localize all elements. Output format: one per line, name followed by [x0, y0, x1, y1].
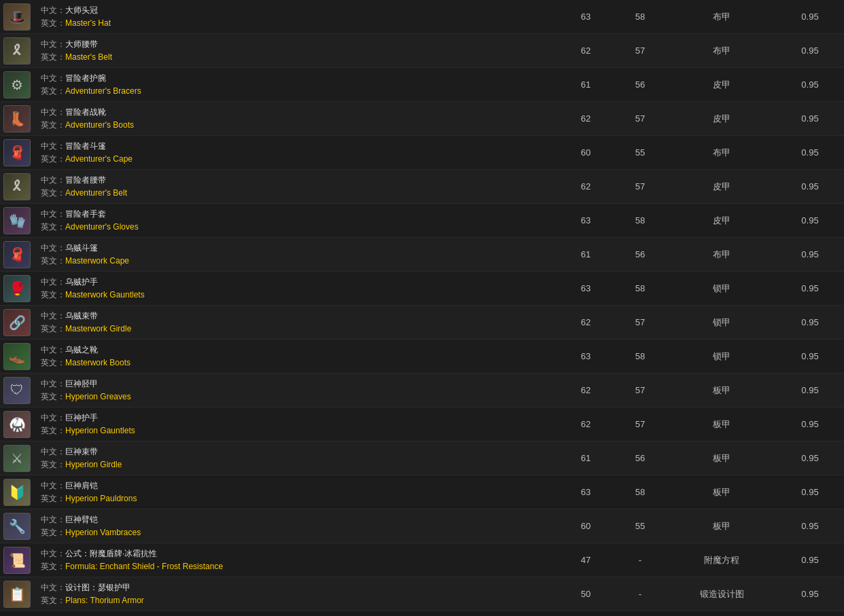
- item-name-cell: 中文：大师腰带英文：Master's Belt: [34, 35, 559, 67]
- item-icon-cell: 🥊: [0, 272, 34, 305]
- table-row[interactable]: ⚙中文：冒险者护腕英文：Adventurer's Bracers6156皮甲0.…: [0, 68, 844, 102]
- item-en-name: 英文：Adventurer's Belt: [41, 187, 552, 199]
- item-cn-name: 中文：巨神肩铠: [41, 480, 552, 492]
- item-icon-cell: 📋: [0, 578, 34, 611]
- item-ratio: 0.95: [776, 249, 844, 259]
- item-type: 皮甲: [667, 215, 776, 227]
- item-icon-cell: 🔧: [0, 510, 34, 543]
- item-level: 62: [559, 317, 613, 327]
- item-en-name: 英文：Hyperion Girdle: [41, 459, 552, 471]
- item-name-cell: 中文：设计图：瑟银护甲英文：Plans: Thorium Armor: [34, 578, 559, 611]
- item-ratio: 0.95: [776, 113, 844, 124]
- item-level: 62: [559, 419, 613, 429]
- item-icon: 🔗: [3, 309, 31, 336]
- item-req-level: 55: [613, 521, 667, 531]
- item-req-level: 58: [613, 351, 667, 361]
- item-type: 附魔方程: [667, 554, 776, 566]
- item-name-cell: 中文：乌贼之靴英文：Masterwork Boots: [34, 340, 559, 373]
- item-icon: 🔧: [3, 513, 31, 540]
- item-type: 布甲: [667, 147, 776, 159]
- item-en-name: 英文：Hyperion Greaves: [41, 391, 552, 403]
- item-icon: 🧣: [3, 139, 31, 166]
- item-level: 60: [559, 147, 613, 158]
- table-row[interactable]: 📋中文：设计图：瑟银护甲英文：Plans: Thorium Armor50-锻造…: [0, 577, 844, 611]
- item-icon-cell: 🧤: [0, 204, 34, 237]
- item-level: 63: [559, 283, 613, 293]
- item-en-name: 英文：Masterwork Girdle: [41, 323, 552, 335]
- item-cn-name: 中文：大师腰带: [41, 39, 552, 50]
- item-en-name: 英文：Adventurer's Gloves: [41, 221, 552, 233]
- item-ratio: 0.95: [776, 12, 844, 22]
- item-name-cell: 中文：大师头冠英文：Master's Hat: [34, 1, 559, 33]
- table-row[interactable]: 🔰中文：巨神肩铠英文：Hyperion Pauldrons6358板甲0.95: [0, 475, 844, 509]
- item-icon-cell: 🔗: [0, 306, 34, 339]
- item-name-cell: 中文：乌贼斗篷英文：Masterwork Cape: [34, 238, 559, 271]
- item-level: 63: [559, 351, 613, 361]
- item-cn-name: 中文：乌贼斗篷: [41, 242, 552, 254]
- item-req-level: -: [613, 589, 667, 599]
- item-ratio: 0.95: [776, 589, 844, 599]
- item-icon: 🎗: [3, 173, 31, 200]
- item-cn-name: 中文：巨神臂铠: [41, 514, 552, 526]
- table-row[interactable]: 🎩中文：大师头冠英文：Master's Hat6358布甲0.95: [0, 0, 844, 34]
- item-en-name: 英文：Formula: Enchant Shield - Frost Resis…: [41, 561, 552, 573]
- item-level: 62: [559, 385, 613, 395]
- item-cn-name: 中文：巨神束带: [41, 446, 552, 458]
- item-type: 板甲: [667, 418, 776, 431]
- item-ratio: 0.95: [776, 147, 844, 158]
- table-row[interactable]: 🧤中文：冒险者手套英文：Adventurer's Gloves6358皮甲0.9…: [0, 204, 844, 238]
- table-row[interactable]: 🧣中文：乌贼斗篷英文：Masterwork Cape6156布甲0.95: [0, 238, 844, 272]
- item-type: 布甲: [667, 249, 776, 261]
- item-icon-cell: ⚔: [0, 442, 34, 475]
- item-cn-name: 中文：公式：附魔盾牌·冰霜抗性: [41, 548, 552, 560]
- item-cn-name: 中文：巨神护手: [41, 412, 552, 424]
- item-en-name: 英文：Adventurer's Boots: [41, 120, 552, 131]
- item-en-name: 英文：Plans: Thorium Armor: [41, 595, 552, 606]
- item-en-name: 英文：Masterwork Cape: [41, 255, 552, 267]
- table-row[interactable]: 👢中文：冒险者战靴英文：Adventurer's Boots6257皮甲0.95: [0, 102, 844, 136]
- table-row[interactable]: 🎗中文：大师腰带英文：Master's Belt6257布甲0.95: [0, 34, 844, 68]
- item-icon-cell: ⚙: [0, 69, 34, 101]
- table-row[interactable]: 🔧中文：巨神臂铠英文：Hyperion Vambraces6055板甲0.95: [0, 509, 844, 543]
- item-icon: 🔰: [3, 479, 31, 506]
- table-row[interactable]: 🥋中文：巨神护手英文：Hyperion Gauntlets6257板甲0.95: [0, 407, 844, 441]
- item-req-level: 58: [613, 283, 667, 293]
- item-ratio: 0.95: [776, 351, 844, 361]
- item-level: 62: [559, 181, 613, 192]
- table-row[interactable]: 👞中文：乌贼之靴英文：Masterwork Boots6358锁甲0.95: [0, 340, 844, 374]
- item-icon-cell: 👢: [0, 103, 34, 135]
- item-icon-cell: 🔰: [0, 476, 34, 509]
- item-en-name: 英文：Hyperion Pauldrons: [41, 493, 552, 505]
- item-ratio: 0.95: [776, 79, 844, 90]
- item-en-name: 英文：Masterwork Boots: [41, 357, 552, 369]
- item-table: 🎩中文：大师头冠英文：Master's Hat6358布甲0.95🎗中文：大师腰…: [0, 0, 844, 611]
- item-cn-name: 中文：冒险者手套: [41, 209, 552, 220]
- table-row[interactable]: 🧣中文：冒险者斗篷英文：Adventurer's Cape6055布甲0.95: [0, 136, 844, 170]
- item-level: 62: [559, 113, 613, 124]
- item-cn-name: 中文：大师头冠: [41, 5, 552, 16]
- item-en-name: 英文：Adventurer's Cape: [41, 153, 552, 165]
- item-level: 60: [559, 521, 613, 531]
- item-req-level: 55: [613, 147, 667, 158]
- item-icon-cell: 🎗: [0, 35, 34, 67]
- item-ratio: 0.95: [776, 46, 844, 56]
- table-row[interactable]: 🎗中文：冒险者腰带英文：Adventurer's Belt6257皮甲0.95: [0, 170, 844, 204]
- item-level: 61: [559, 453, 613, 463]
- table-row[interactable]: 🥊中文：乌贼护手英文：Masterwork Gauntlets6358锁甲0.9…: [0, 272, 844, 306]
- item-cn-name: 中文：冒险者战靴: [41, 107, 552, 118]
- item-icon: 📋: [3, 581, 31, 608]
- item-type: 板甲: [667, 452, 776, 465]
- table-row[interactable]: 🔗中文：乌贼束带英文：Masterwork Girdle6257锁甲0.95: [0, 306, 844, 340]
- table-row[interactable]: 📜中文：公式：附魔盾牌·冰霜抗性英文：Formula: Enchant Shie…: [0, 543, 844, 577]
- item-icon: 🧣: [3, 241, 31, 268]
- table-row[interactable]: ⚔中文：巨神束带英文：Hyperion Girdle6156板甲0.95: [0, 441, 844, 475]
- item-req-level: 56: [613, 453, 667, 463]
- item-name-cell: 中文：公式：附魔盾牌·冰霜抗性英文：Formula: Enchant Shiel…: [34, 544, 559, 577]
- item-name-cell: 中文：冒险者斗篷英文：Adventurer's Cape: [34, 137, 559, 169]
- item-icon: 🛡: [3, 377, 31, 404]
- item-name-cell: 中文：巨神束带英文：Hyperion Girdle: [34, 442, 559, 475]
- item-type: 皮甲: [667, 79, 776, 91]
- table-row[interactable]: 🛡中文：巨神胫甲英文：Hyperion Greaves6257板甲0.95: [0, 374, 844, 407]
- item-type: 皮甲: [667, 113, 776, 125]
- item-cn-name: 中文：乌贼之靴: [41, 344, 552, 356]
